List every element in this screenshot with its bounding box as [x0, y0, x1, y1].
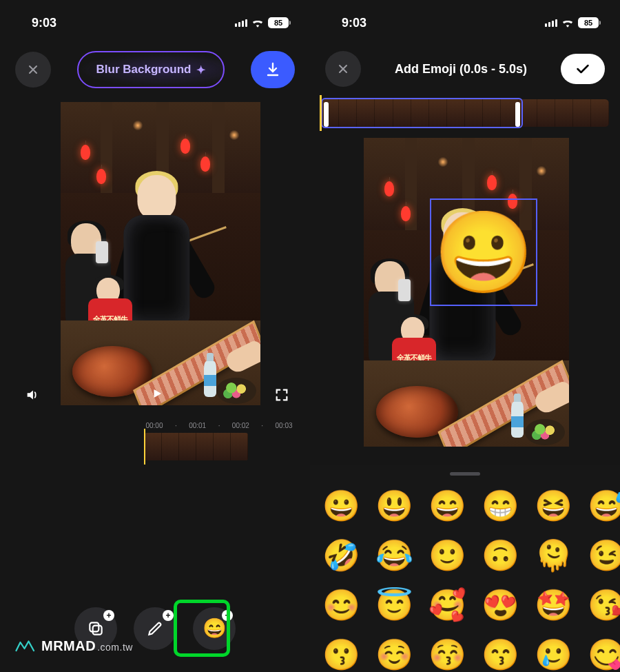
close-button[interactable] — [15, 52, 51, 88]
top-toolbar: Blur Background ✦ — [0, 39, 310, 102]
blur-background-label: Blur Background — [96, 63, 192, 77]
close-button[interactable] — [325, 51, 361, 87]
timeline[interactable]: 00:00· 00:01· 00:02· 00:03 — [0, 422, 310, 470]
status-right: 85 — [235, 17, 291, 28]
screen-editor: 9:03 85 Blur Background ✦ — [0, 0, 310, 672]
video-preview[interactable]: 全革不鲜牛 😀 — [364, 138, 569, 447]
svg-rect-1 — [90, 622, 99, 631]
cellular-icon — [545, 19, 557, 27]
watermark-logo-icon — [15, 639, 36, 654]
sparkle-icon: ✦ — [196, 63, 205, 77]
trim-handle-left[interactable] — [324, 102, 329, 127]
status-time: 9:03 — [342, 16, 366, 30]
emoji-option[interactable]: 😅 — [588, 488, 620, 524]
emoji-option[interactable]: 😚 — [428, 637, 466, 672]
playhead[interactable] — [320, 95, 322, 131]
clip-thumbnails[interactable] — [145, 433, 248, 460]
emoji-option[interactable]: 🤣 — [322, 538, 360, 573]
emoji-option[interactable]: 🙃 — [482, 538, 519, 573]
svg-rect-0 — [93, 626, 102, 635]
fullscreen-button[interactable] — [271, 385, 292, 405]
emoji-option[interactable]: 😙 — [482, 637, 519, 672]
emoji-option[interactable]: 🥰 — [428, 587, 466, 623]
watermark-main: MRMAD — [41, 638, 96, 654]
emoji-overlay[interactable]: 😀 — [430, 198, 537, 306]
emoji-grid: 😀😃😄😁😆😅🤣😂🙂🙃🫠😉😊😇🥰😍🤩😘😗☺️😚😙🥲😋 — [310, 481, 620, 672]
wifi-icon — [561, 18, 574, 28]
time-mark: 00:00 — [138, 422, 171, 429]
play-button[interactable] — [151, 387, 163, 403]
battery-icon: 85 — [268, 17, 291, 28]
emoji-option[interactable]: 🥲 — [535, 637, 572, 672]
wifi-icon — [251, 18, 264, 28]
time-mark: 00:02 — [224, 422, 257, 429]
emoji-option[interactable]: 🫠 — [535, 538, 572, 573]
emoji-option[interactable]: 🤩 — [535, 587, 572, 623]
emoji-option[interactable]: 😋 — [588, 637, 620, 672]
emoji-option[interactable]: 😃 — [375, 488, 413, 524]
emoji-option[interactable]: 😆 — [535, 488, 572, 524]
overlay-emoji: 😀 — [434, 212, 534, 292]
emoji-option[interactable]: 😘 — [588, 587, 620, 623]
emoji-option[interactable]: 😇 — [375, 587, 413, 623]
status-bar: 9:03 85 — [0, 0, 310, 39]
selection-range[interactable] — [321, 98, 523, 128]
tutorial-highlight — [174, 600, 230, 657]
plus-badge-icon: + — [103, 610, 114, 621]
blur-background-button[interactable]: Blur Background ✦ — [77, 51, 225, 88]
battery-icon: 85 — [578, 17, 601, 28]
battery-level: 85 — [578, 17, 599, 28]
volume-button[interactable] — [22, 385, 43, 405]
emoji-option[interactable]: 🙂 — [428, 538, 466, 573]
status-right: 85 — [545, 17, 601, 28]
trim-handle-right[interactable] — [515, 102, 520, 127]
emoji-option[interactable]: 😗 — [322, 637, 360, 672]
trim-timeline[interactable] — [321, 98, 609, 131]
screen-add-emoji: 9:03 85 Add Emoji (0.0s - 5.0s) — [310, 0, 620, 672]
top-toolbar: Add Emoji (0.0s - 5.0s) — [310, 39, 620, 98]
download-button[interactable] — [251, 51, 295, 88]
time-mark: 00:03 — [267, 422, 300, 429]
emoji-option[interactable]: ☺️ — [375, 637, 413, 672]
player-controls — [22, 385, 292, 405]
status-bar: 9:03 85 — [310, 0, 620, 39]
playhead[interactable] — [144, 429, 145, 465]
emoji-option[interactable]: 😊 — [322, 587, 360, 623]
sheet-handle[interactable] — [450, 472, 480, 476]
watermark: MRMAD .com.tw — [15, 638, 133, 654]
watermark-sub: .com.tw — [97, 642, 133, 653]
emoji-option[interactable]: 😍 — [482, 587, 519, 623]
confirm-button[interactable] — [561, 54, 605, 84]
emoji-option[interactable]: 😀 — [322, 488, 360, 524]
emoji-option[interactable]: 😄 — [428, 488, 466, 524]
screen-title: Add Emoji (0.0s - 5.0s) — [395, 62, 527, 77]
cellular-icon — [235, 19, 247, 27]
add-draw-button[interactable]: + — [134, 607, 176, 650]
plus-badge-icon: + — [163, 610, 174, 621]
battery-level: 85 — [268, 17, 289, 28]
emoji-option[interactable]: 😉 — [588, 538, 620, 573]
time-mark: 00:01 — [181, 422, 214, 429]
emoji-option[interactable]: 😂 — [375, 538, 413, 573]
video-preview[interactable]: 全革不鲜牛 — [61, 102, 260, 405]
emoji-option[interactable]: 😁 — [482, 488, 519, 524]
status-time: 9:03 — [32, 16, 56, 30]
emoji-picker-sheet: 😀😃😄😁😆😅🤣😂🙂🙃🫠😉😊😇🥰😍🤩😘😗☺️😚😙🥲😋 — [310, 465, 620, 672]
